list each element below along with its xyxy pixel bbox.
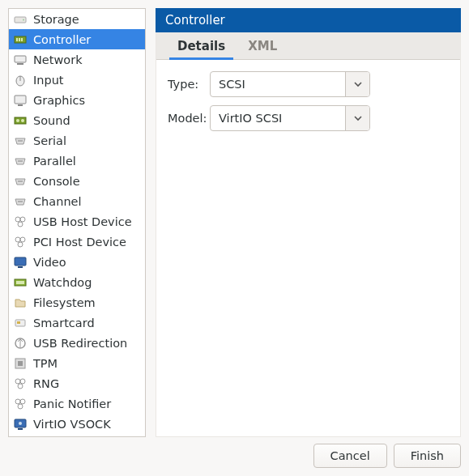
- cancel-button[interactable]: Cancel: [313, 444, 387, 468]
- pci-host-icon: [14, 236, 27, 249]
- svg-rect-49: [18, 428, 23, 430]
- svg-point-17: [21, 140, 23, 142]
- svg-point-26: [21, 201, 23, 202]
- svg-point-28: [20, 217, 25, 222]
- model-combo[interactable]: VirtIO SCSI: [210, 105, 370, 131]
- svg-point-21: [18, 181, 19, 182]
- sidebar-item-console[interactable]: Console: [9, 171, 145, 191]
- svg-point-29: [18, 222, 23, 227]
- sidebar-item-usb-host-device[interactable]: USB Host Device: [9, 211, 145, 232]
- tab-details[interactable]: Details: [166, 33, 237, 59]
- sidebar-item-label: Filesystem: [33, 296, 96, 309]
- panel-title: Controller: [165, 13, 225, 28]
- svg-rect-4: [19, 38, 20, 41]
- sidebar-item-label: USB Host Device: [33, 215, 132, 228]
- model-value: VirtIO SCSI: [211, 106, 345, 130]
- chevron-down-icon: [354, 112, 362, 125]
- sidebar-item-label: Video: [33, 256, 66, 269]
- svg-rect-38: [17, 321, 20, 324]
- network-icon: [14, 53, 27, 66]
- model-dropdown-button[interactable]: [345, 106, 369, 130]
- sound-icon: [14, 114, 27, 127]
- usb-host-icon: [14, 215, 27, 228]
- finish-button[interactable]: Finish: [394, 444, 461, 468]
- panel-title-bar: Controller: [156, 8, 461, 32]
- sidebar-item-label: Smartcard: [33, 317, 95, 329]
- svg-point-42: [15, 379, 20, 384]
- sidebar-item-label: Panic Notifier: [33, 397, 111, 410]
- svg-rect-33: [15, 257, 26, 266]
- sidebar-item-input[interactable]: Input: [9, 70, 145, 90]
- svg-point-24: [18, 201, 19, 202]
- tab-bar: Details XML: [156, 32, 460, 60]
- panic-icon: [14, 397, 27, 410]
- svg-point-30: [15, 237, 20, 242]
- svg-point-19: [19, 160, 21, 162]
- sidebar-item-parallel[interactable]: Parallel: [9, 151, 145, 171]
- svg-point-45: [15, 399, 20, 404]
- svg-rect-7: [17, 63, 23, 65]
- sidebar-item-controller[interactable]: Controller: [9, 29, 145, 49]
- tab-xml[interactable]: XML: [237, 33, 288, 59]
- sidebar-item-panic-notifier[interactable]: Panic Notifier: [9, 393, 145, 414]
- sidebar-item-smartcard[interactable]: Smartcard: [9, 312, 145, 333]
- sidebar-item-label: Channel: [33, 195, 82, 208]
- sidebar-item-label: Storage: [33, 13, 79, 26]
- svg-rect-36: [16, 281, 24, 284]
- svg-rect-11: [18, 104, 23, 106]
- sidebar-item-label: USB Redirection: [33, 337, 127, 350]
- content-box: Details XML Type: SCSI: [156, 32, 461, 437]
- sidebar-item-virtio-vsock[interactable]: VirtIO VSOCK: [9, 414, 145, 434]
- sidebar-item-pci-host-device[interactable]: PCI Host Device: [9, 232, 145, 252]
- svg-point-44: [18, 384, 23, 389]
- filesystem-icon: [14, 296, 27, 309]
- video-icon: [14, 256, 27, 269]
- svg-point-14: [21, 119, 24, 122]
- sidebar-item-label: Watchdog: [33, 276, 92, 289]
- controller-icon: [14, 33, 27, 46]
- svg-point-43: [20, 379, 25, 384]
- row-type: Type: SCSI: [168, 71, 449, 97]
- rng-icon: [14, 377, 27, 390]
- tab-label: XML: [248, 39, 277, 53]
- svg-point-13: [16, 119, 19, 122]
- sidebar-item-serial[interactable]: Serial: [9, 130, 145, 151]
- sidebar-item-sound[interactable]: Sound: [9, 110, 145, 130]
- sidebar-item-rng[interactable]: RNG: [9, 373, 145, 393]
- svg-point-20: [21, 160, 23, 162]
- sidebar-item-label: Sound: [33, 114, 70, 127]
- sidebar-item-label: PCI Host Device: [33, 236, 126, 249]
- model-label: Model:: [168, 112, 210, 125]
- details-form: Type: SCSI Model: VirtIO SCSI: [156, 60, 460, 436]
- graphics-icon: [14, 94, 27, 107]
- sidebar-item-filesystem[interactable]: Filesystem: [9, 292, 145, 312]
- svg-rect-34: [18, 266, 23, 268]
- dialog-footer: Cancel Finish: [313, 444, 461, 468]
- sidebar-item-channel[interactable]: Channel: [9, 191, 145, 211]
- sidebar-item-label: VirtIO VSOCK: [33, 418, 111, 431]
- sidebar-item-usb-redirection[interactable]: USB Redirection: [9, 333, 145, 353]
- type-label: Type:: [168, 78, 210, 91]
- chevron-down-icon: [354, 78, 362, 91]
- sidebar-item-video[interactable]: Video: [9, 252, 145, 272]
- type-dropdown-button[interactable]: [345, 72, 369, 96]
- parallel-icon: [14, 155, 27, 168]
- type-combo[interactable]: SCSI: [210, 71, 370, 97]
- sidebar-item-label: Controller: [33, 33, 91, 46]
- svg-point-22: [19, 181, 21, 182]
- sidebar-item-label: Input: [33, 74, 64, 87]
- sidebar-item-label: Parallel: [33, 155, 76, 168]
- svg-point-1: [23, 19, 24, 20]
- sidebar-item-network[interactable]: Network: [9, 49, 145, 70]
- sidebar-item-label: RNG: [33, 377, 59, 390]
- sidebar-item-watchdog[interactable]: Watchdog: [9, 272, 145, 292]
- sidebar-item-storage[interactable]: Storage: [9, 9, 145, 29]
- watchdog-icon: [14, 276, 27, 289]
- svg-point-50: [19, 422, 22, 425]
- storage-icon: [14, 13, 27, 26]
- sidebar-item-label: Graphics: [33, 94, 85, 107]
- sidebar-item-graphics[interactable]: Graphics: [9, 90, 145, 110]
- svg-point-27: [15, 217, 20, 222]
- sidebar-item-tpm[interactable]: TPM: [9, 353, 145, 373]
- svg-point-18: [18, 160, 19, 162]
